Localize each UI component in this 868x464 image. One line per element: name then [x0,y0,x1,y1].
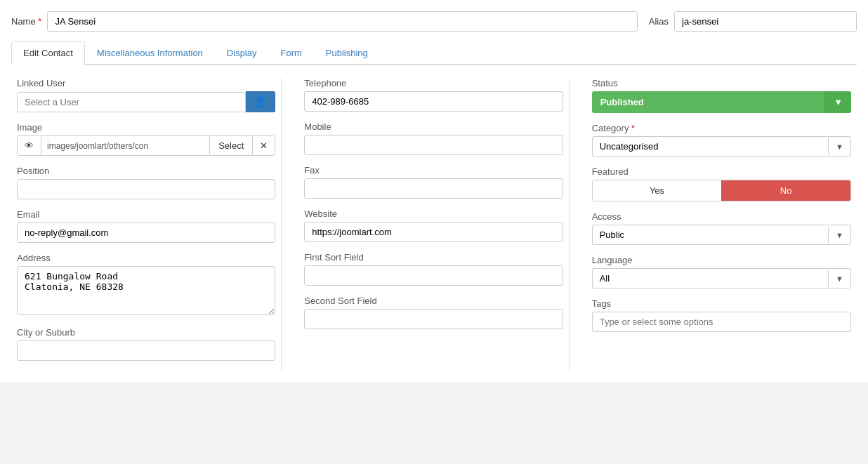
language-dropdown-arrow: ▼ [828,270,850,287]
tags-input[interactable] [592,312,851,332]
position-input[interactable] [17,179,275,199]
status-section: Status Published ▼ [592,78,851,113]
image-path-text: images/joomlart/others/con [41,137,209,155]
language-section: Language All ▼ [592,255,851,289]
status-label: Status [592,78,851,88]
tab-bar: Edit Contact Miscellaneous Information D… [11,41,857,65]
telephone-section: Telephone [304,78,563,112]
fax-label: Fax [304,165,563,175]
linked-user-label: Linked User [17,78,275,88]
image-label: Image [17,122,275,133]
alias-label: Alias [649,16,669,27]
second-sort-label: Second Sort Field [304,296,563,306]
image-section: Image 👁 images/joomlart/others/con Selec… [17,122,275,156]
status-dropdown-arrow[interactable]: ▼ [824,91,851,113]
access-dropdown[interactable]: Public ▼ [592,225,851,245]
right-column: Status Published ▼ Category * Uncategori… [586,78,857,371]
access-dropdown-arrow: ▼ [828,227,850,244]
featured-no-button[interactable]: No [721,180,850,201]
tags-section: Tags [592,298,851,332]
telephone-input[interactable] [304,91,563,112]
city-section: City or Suburb [17,327,275,361]
first-sort-input[interactable] [304,265,563,286]
category-section: Category * Uncategorised ▼ [592,123,851,157]
image-row: 👁 images/joomlart/others/con Select ✕ [17,135,275,156]
linked-user-section: Linked User 👤 [17,78,275,112]
category-dropdown-arrow: ▼ [828,138,850,155]
mid-column: Telephone Mobile Fax Website First Sort … [298,78,569,371]
featured-label: Featured [592,166,851,177]
linked-user-icon-button[interactable]: 👤 [246,91,275,112]
status-dropdown[interactable]: Published ▼ [592,91,851,113]
email-label: Email [17,209,275,220]
mobile-label: Mobile [304,121,563,132]
category-dropdown[interactable]: Uncategorised ▼ [592,136,851,157]
featured-toggle: Yes No [592,180,851,201]
second-sort-input[interactable] [304,309,563,329]
first-sort-section: First Sort Field [304,252,563,286]
fax-input[interactable] [304,178,563,199]
status-value: Published [592,91,824,113]
position-section: Position [17,166,275,199]
image-preview-icon[interactable]: 👁 [18,136,41,155]
email-input[interactable] [17,223,275,243]
category-select[interactable]: Uncategorised [593,137,828,156]
first-sort-label: First Sort Field [304,252,563,263]
fax-section: Fax [304,165,563,199]
category-label: Category * [592,123,851,133]
language-label: Language [592,255,851,265]
position-label: Position [17,166,275,176]
city-label: City or Suburb [17,327,275,338]
image-select-button[interactable]: Select [209,136,252,155]
website-section: Website [304,208,563,242]
language-dropdown[interactable]: All ▼ [592,268,851,289]
tab-display[interactable]: Display [215,41,269,64]
second-sort-section: Second Sort Field [304,296,563,329]
city-input[interactable] [17,340,275,361]
mobile-section: Mobile [304,121,563,155]
name-input[interactable] [47,11,637,32]
website-input[interactable] [304,222,563,242]
address-section: Address 621 Bungalow Road Clatonia, NE 6… [17,253,275,317]
featured-section: Featured Yes No [592,166,851,201]
address-label: Address [17,253,275,263]
tab-form[interactable]: Form [268,41,313,64]
mobile-input[interactable] [304,135,563,155]
address-input[interactable]: 621 Bungalow Road Clatonia, NE 68328 [17,266,275,315]
access-label: Access [592,211,851,222]
access-section: Access Public ▼ [592,211,851,245]
user-icon: 👤 [254,96,266,107]
telephone-label: Telephone [304,78,563,88]
language-select[interactable]: All [593,269,828,288]
left-column: Linked User 👤 Image 👁 images/joomlart/ot… [11,78,282,371]
access-select[interactable]: Public [593,225,828,244]
eye-icon: 👁 [25,140,34,151]
image-clear-button[interactable]: ✕ [252,136,275,155]
linked-user-row: 👤 [17,91,275,112]
linked-user-input[interactable] [17,92,246,112]
tab-publishing[interactable]: Publishing [314,41,380,64]
website-label: Website [304,208,563,219]
tags-label: Tags [592,298,851,309]
name-label: Name * [11,16,41,27]
tab-edit-contact[interactable]: Edit Contact [11,41,85,65]
tab-misc-info[interactable]: Miscellaneous Information [85,41,215,64]
featured-yes-button[interactable]: Yes [593,180,722,201]
email-section: Email [17,209,275,243]
alias-input[interactable] [674,11,857,32]
